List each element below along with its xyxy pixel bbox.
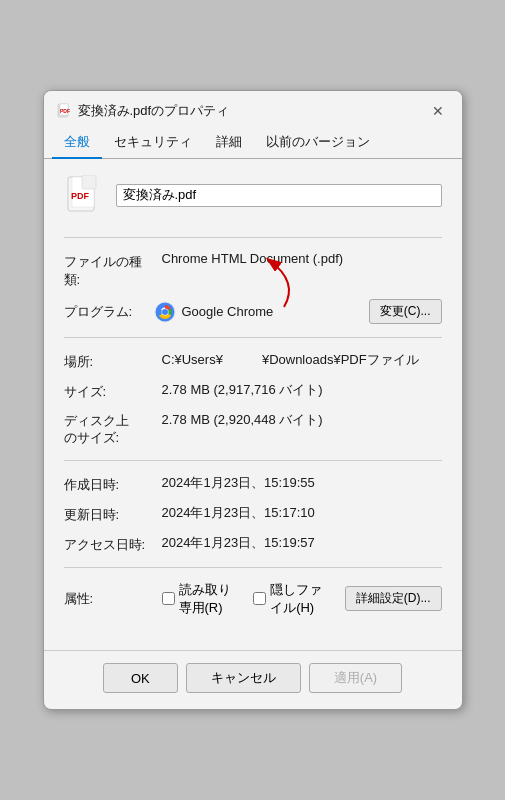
properties-dialog: PDF 変換済み.pdfのプロパティ ✕ 全般 セキュリティ 詳細 以前のバージ… — [43, 90, 463, 710]
size-row: サイズ: 2.78 MB (2,917,716 バイト) — [64, 376, 442, 406]
svg-rect-6 — [82, 175, 96, 189]
modified-row: 更新日時: 2024年1月23日、15:17:10 — [64, 499, 442, 529]
program-info: Google Chrome — [154, 301, 369, 323]
created-row: 作成日時: 2024年1月23日、15:19:55 — [64, 469, 442, 499]
attributes-options: 読み取り専用(R) 隠しファイル(H) 詳細設定(D)... — [162, 581, 442, 617]
apply-button[interactable]: 適用(A) — [309, 663, 402, 693]
readonly-label: 読み取り専用(R) — [179, 581, 242, 617]
program-name: Google Chrome — [182, 304, 369, 319]
accessed-row: アクセス日時: 2024年1月23日、15:19:57 — [64, 529, 442, 559]
title-bar-left: PDF 変換済み.pdfのプロパティ — [56, 102, 230, 120]
program-row: プログラム: — [64, 294, 442, 329]
divider-1 — [64, 237, 442, 238]
content-area: PDF ファイルの種類: Chrome HTML Document (.pdf)… — [44, 159, 462, 650]
svg-text:PDF: PDF — [71, 191, 90, 201]
modified-value: 2024年1月23日、15:17:10 — [162, 504, 442, 522]
created-label: 作成日時: — [64, 474, 154, 494]
readonly-checkbox-label[interactable]: 読み取り専用(R) — [162, 581, 242, 617]
disk-size-label: ディスク上のサイズ: — [64, 411, 154, 447]
divider-2 — [64, 337, 442, 338]
bottom-buttons: OK キャンセル 適用(A) — [44, 650, 462, 709]
tab-general[interactable]: 全般 — [52, 127, 102, 159]
tab-previous-versions[interactable]: 以前のバージョン — [254, 127, 382, 159]
file-type-row: ファイルの種類: Chrome HTML Document (.pdf) — [64, 246, 442, 294]
modified-label: 更新日時: — [64, 504, 154, 524]
chrome-icon — [154, 301, 176, 323]
hidden-checkbox-label[interactable]: 隠しファイル(H) — [253, 581, 333, 617]
hidden-checkbox[interactable] — [253, 592, 266, 605]
location-label: 場所: — [64, 351, 154, 371]
hidden-label: 隠しファイル(H) — [270, 581, 333, 617]
file-name-input[interactable] — [116, 184, 442, 207]
file-icon-large: PDF — [64, 175, 104, 215]
divider-4 — [64, 567, 442, 568]
ok-button[interactable]: OK — [103, 663, 178, 693]
location-value: C:¥Users¥ ¥Downloads¥PDFファイル — [162, 351, 442, 369]
accessed-value: 2024年1月23日、15:19:57 — [162, 534, 442, 552]
accessed-label: アクセス日時: — [64, 534, 154, 554]
attributes-row: 属性: 読み取り専用(R) 隠しファイル(H) 詳細設定(D)... — [64, 576, 442, 622]
svg-point-10 — [162, 309, 168, 315]
attributes-label: 属性: — [64, 590, 154, 608]
divider-3 — [64, 460, 442, 461]
file-type-value: Chrome HTML Document (.pdf) — [162, 251, 442, 266]
close-button[interactable]: ✕ — [426, 99, 450, 123]
disk-size-row: ディスク上のサイズ: 2.78 MB (2,920,448 バイト) — [64, 406, 442, 452]
tab-security[interactable]: セキュリティ — [102, 127, 204, 159]
cancel-button[interactable]: キャンセル — [186, 663, 301, 693]
disk-size-value: 2.78 MB (2,920,448 バイト) — [162, 411, 442, 429]
tab-details[interactable]: 詳細 — [204, 127, 254, 159]
change-button[interactable]: 変更(C)... — [369, 299, 442, 324]
svg-text:PDF: PDF — [60, 108, 70, 114]
dialog-title: 変換済み.pdfのプロパティ — [78, 102, 230, 120]
size-label: サイズ: — [64, 381, 154, 401]
readonly-checkbox[interactable] — [162, 592, 175, 605]
file-type-label: ファイルの種類: — [64, 251, 154, 289]
file-header: PDF — [64, 175, 442, 215]
tabs-bar: 全般 セキュリティ 詳細 以前のバージョン — [44, 127, 462, 159]
size-value: 2.78 MB (2,917,716 バイト) — [162, 381, 442, 399]
title-pdf-icon: PDF — [56, 103, 72, 119]
program-section: プログラム: — [64, 294, 442, 329]
advanced-button[interactable]: 詳細設定(D)... — [345, 586, 442, 611]
location-row: 場所: C:¥Users¥ ¥Downloads¥PDFファイル — [64, 346, 442, 376]
created-value: 2024年1月23日、15:19:55 — [162, 474, 442, 492]
title-bar: PDF 変換済み.pdfのプロパティ ✕ — [44, 91, 462, 127]
program-label: プログラム: — [64, 303, 154, 321]
